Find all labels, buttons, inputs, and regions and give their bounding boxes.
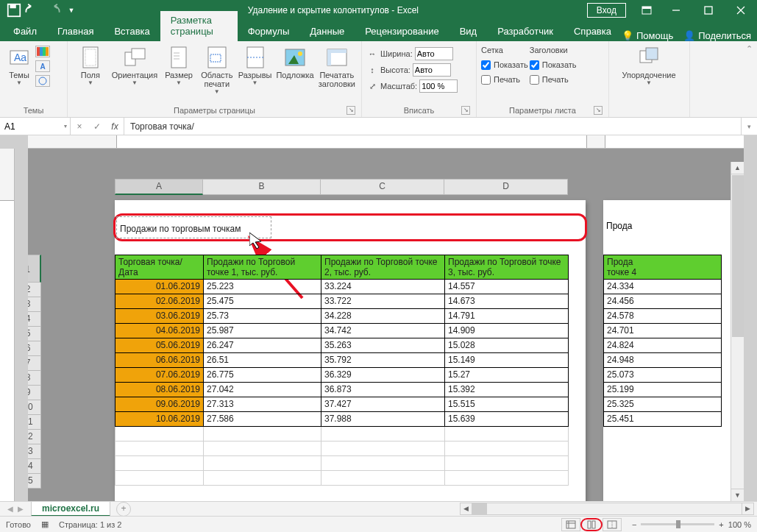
table-cell[interactable]: 02.06.2019 (115, 294, 204, 309)
row-header[interactable]: 9 (28, 386, 41, 400)
table-cell[interactable]: 24.948 (604, 353, 722, 368)
table-cell[interactable]: 14.909 (445, 324, 569, 338)
header-center[interactable] (272, 216, 429, 239)
table-cell[interactable]: 25.073 (604, 368, 722, 383)
sheet-next-icon[interactable]: ▶ (18, 505, 24, 513)
height-input[interactable] (413, 63, 451, 77)
row-header[interactable]: 10 (28, 400, 41, 415)
table-cell[interactable]: 25.325 (604, 397, 722, 412)
table-cell[interactable]: 15.27 (445, 368, 569, 383)
arrange-button[interactable]: Упорядочение▼ (614, 44, 684, 88)
col-header-D[interactable]: D (444, 179, 568, 195)
scroll-up-icon[interactable]: ▲ (731, 162, 744, 174)
save-icon[interactable] (6, 2, 22, 18)
orientation-button[interactable]: Ориентация▼ (110, 44, 159, 88)
sheet-area[interactable]: A B C D 123456789101112131415 Продажи по… (28, 149, 744, 501)
margins-button[interactable]: Поля▼ (72, 44, 109, 88)
fx-icon[interactable]: fx (106, 121, 124, 132)
table-cell[interactable]: 35.263 (321, 338, 445, 353)
table-cell[interactable]: 25.223 (204, 280, 321, 294)
table-cell[interactable]: 34.228 (321, 309, 445, 324)
width-input[interactable] (415, 47, 453, 60)
row-header[interactable]: 6 (28, 341, 41, 356)
table-cell[interactable]: 25.475 (204, 294, 321, 309)
zoom-value[interactable]: 100 % (728, 520, 751, 529)
headings-print-checkbox[interactable]: Печать (530, 72, 577, 87)
header-left-p2[interactable]: Прода (606, 221, 632, 231)
tab-insert[interactable]: Вставка (104, 22, 160, 41)
table-cell[interactable]: 06.06.2019 (115, 353, 204, 368)
table-cell[interactable]: 25.199 (604, 383, 722, 397)
tab-help[interactable]: Справка (564, 22, 622, 41)
scroll-left-icon[interactable]: ◀ (460, 503, 472, 515)
table-cell[interactable]: 27.586 (204, 412, 321, 427)
page-setup-launcher[interactable]: ↘ (346, 106, 355, 115)
table-cell[interactable]: 01.06.2019 (115, 280, 204, 294)
row-header[interactable]: 3 (28, 297, 41, 312)
macro-record-icon[interactable]: ▦ (41, 519, 49, 529)
scale-input[interactable] (419, 79, 458, 93)
table-cell[interactable]: 24.701 (604, 324, 722, 338)
enter-formula-icon[interactable]: ✓ (88, 121, 106, 132)
add-sheet-button[interactable]: + (116, 502, 131, 517)
row-header[interactable]: 15 (28, 474, 41, 489)
tell-me-button[interactable]: 💡Помощь (622, 30, 673, 41)
table-cell[interactable]: 33.722 (321, 294, 445, 309)
table-cell[interactable]: 14.557 (445, 280, 569, 294)
table-cell[interactable]: 14.791 (445, 309, 569, 324)
table-cell[interactable]: 27.313 (204, 397, 321, 412)
login-button[interactable]: Вход (587, 3, 626, 18)
scale-launcher[interactable]: ↘ (461, 106, 470, 115)
zoom-slider[interactable] (641, 523, 714, 525)
tab-data[interactable]: Данные (299, 22, 355, 41)
row-header[interactable]: 1 (28, 255, 41, 283)
table-cell[interactable]: 15.515 (445, 397, 569, 412)
headings-view-checkbox[interactable]: Показать (530, 57, 577, 72)
table-cell[interactable]: 10.06.2019 (115, 412, 204, 427)
col-header-B[interactable]: B (203, 179, 321, 195)
table-cell[interactable]: 15.149 (445, 353, 569, 368)
scroll-thumb[interactable] (732, 175, 744, 337)
table-cell[interactable]: 24.578 (604, 309, 722, 324)
table-cell[interactable]: 24.456 (604, 294, 722, 309)
view-page-break-icon[interactable] (603, 518, 622, 531)
tab-developer[interactable]: Разработчик (487, 22, 564, 41)
maximize-icon[interactable] (692, 0, 725, 21)
tab-file[interactable]: Файл (3, 22, 47, 41)
vertical-scrollbar[interactable]: ▲ ▼ (731, 162, 744, 501)
header-left[interactable]: Продажи по торговым точкам (115, 216, 272, 239)
minimize-icon[interactable] (660, 0, 692, 21)
table-cell[interactable]: 36.329 (321, 368, 445, 383)
print-area-button[interactable]: Область печати▼ (199, 44, 235, 96)
table-cell[interactable]: 24.334 (604, 280, 722, 294)
row-header[interactable]: 12 (28, 430, 41, 444)
table-cell[interactable]: 03.06.2019 (115, 309, 204, 324)
view-page-layout-icon[interactable] (580, 518, 603, 531)
ribbon-options-icon[interactable] (636, 0, 657, 21)
scroll-down-icon[interactable]: ▼ (731, 489, 744, 501)
row-header[interactable]: 5 (28, 327, 41, 341)
themes-button[interactable]: Aa Темы▼ (4, 44, 34, 88)
row-header[interactable]: 14 (28, 459, 41, 474)
collapse-ribbon-icon[interactable]: ⌃ (746, 44, 753, 54)
close-icon[interactable] (725, 0, 757, 21)
row-header[interactable]: 8 (28, 371, 41, 386)
qat-more-icon[interactable]: ▼ (63, 2, 79, 18)
table-cell[interactable]: 15.028 (445, 338, 569, 353)
background-button[interactable]: Подложка (274, 44, 315, 81)
table-cell[interactable]: 36.873 (321, 383, 445, 397)
table-cell[interactable]: 37.427 (321, 397, 445, 412)
table-cell[interactable]: 26.51 (204, 353, 321, 368)
table-cell[interactable]: 27.042 (204, 383, 321, 397)
tab-review[interactable]: Рецензирование (355, 22, 449, 41)
table-cell[interactable]: 09.06.2019 (115, 397, 204, 412)
tab-view[interactable]: Вид (449, 22, 488, 41)
table-cell[interactable]: 08.06.2019 (115, 383, 204, 397)
table-cell[interactable]: 37.988 (321, 412, 445, 427)
table-cell[interactable]: 25.73 (204, 309, 321, 324)
row-header[interactable]: 13 (28, 444, 41, 459)
size-button[interactable]: Размер▼ (160, 44, 197, 88)
share-button[interactable]: 👤Поделиться (683, 30, 751, 41)
header-right[interactable] (428, 216, 585, 239)
table-cell[interactable]: 15.392 (445, 383, 569, 397)
